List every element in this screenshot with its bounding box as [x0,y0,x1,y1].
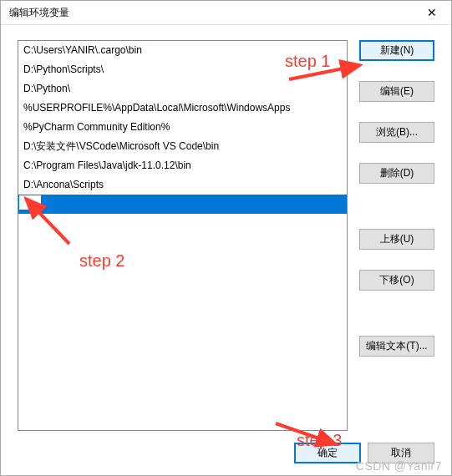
ok-button[interactable]: 确定 [294,443,361,463]
dialog-title: 编辑环境变量 [9,6,69,20]
list-item[interactable]: D:\Ancona\Scripts [18,175,347,195]
browse-button[interactable]: 浏览(B)... [359,122,434,143]
delete-button[interactable]: 删除(D) [359,163,434,184]
list-item[interactable]: D:\安装文件\VSCode\Microsoft VS Code\bin [18,137,347,156]
list-item[interactable]: %USERPROFILE%\AppData\Local\Microsoft\Wi… [18,99,347,118]
inline-edit-input[interactable] [19,195,41,210]
edit-text-button[interactable]: 编辑文本(T)... [359,336,434,357]
close-icon[interactable]: ✕ [414,1,449,24]
list-item[interactable]: C:\Users\YANIR\.cargo\bin [18,41,347,60]
content-area: C:\Users\YANIR\.cargo\bin D:\Python\Scri… [1,25,451,443]
list-item[interactable]: D:\Python\ [18,79,347,99]
env-var-dialog: 编辑环境变量 ✕ C:\Users\YANIR\.cargo\bin D:\Py… [0,0,452,476]
cancel-button[interactable]: 取消 [368,443,434,463]
list-item[interactable]: %PyCharm Community Edition% [18,118,347,137]
titlebar: 编辑环境变量 ✕ [1,1,451,25]
path-list[interactable]: C:\Users\YANIR\.cargo\bin D:\Python\Scri… [18,40,348,431]
list-item[interactable]: D:\Python\Scripts\ [18,60,347,79]
edit-button[interactable]: 编辑(E) [359,81,434,102]
list-item[interactable]: C:\Program Files\Java\jdk-11.0.12\bin [18,156,347,175]
button-column: 新建(N) 编辑(E) 浏览(B)... 删除(D) 上移(U) 下移(O) 编… [359,40,434,431]
new-button[interactable]: 新建(N) [359,40,434,61]
move-down-button[interactable]: 下移(O) [359,270,434,291]
list-item-editing[interactable] [18,195,347,214]
footer: 确定 取消 [1,443,451,475]
move-up-button[interactable]: 上移(U) [359,229,434,250]
